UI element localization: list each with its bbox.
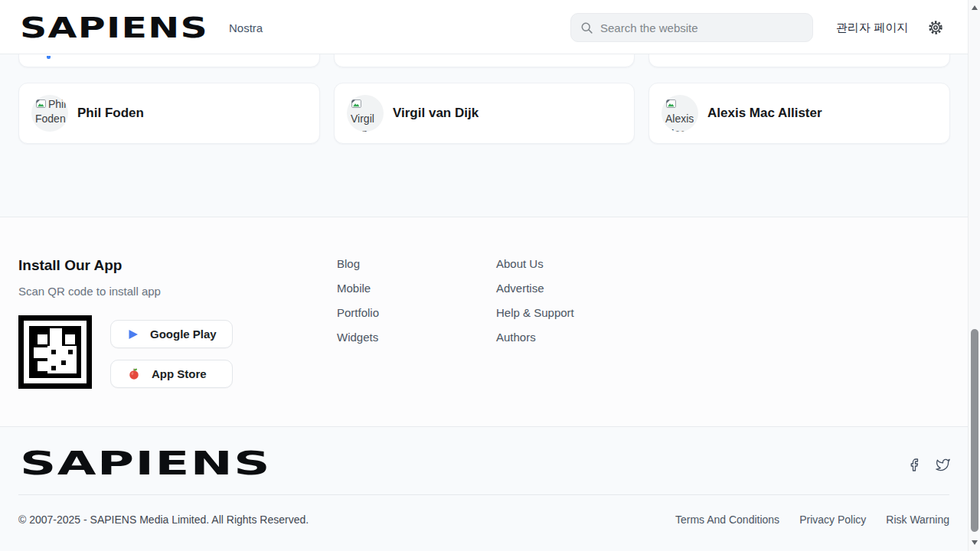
avatar-alt-text: Virgil van Dijk	[351, 112, 374, 132]
admin-page-link[interactable]: 관리자 페이지	[836, 21, 908, 35]
qr-code	[18, 315, 92, 389]
broken-image-icon	[351, 98, 362, 109]
footer-link-about[interactable]: About Us	[496, 258, 574, 270]
footer-link-help[interactable]: Help & Support	[496, 307, 574, 319]
player-name: Phil Foden	[77, 106, 144, 121]
footer-link-portfolio[interactable]: Portfolio	[337, 307, 379, 319]
terms-link[interactable]: Terms And Conditions	[675, 514, 779, 526]
scrollbar-down-arrow[interactable]	[972, 540, 978, 545]
broken-image-icon	[35, 98, 47, 109]
footer-link-blog[interactable]: Blog	[337, 258, 379, 270]
avatar: Virgil van Dijk	[347, 95, 384, 132]
footer-link-advertise[interactable]: Advertise	[496, 282, 574, 295]
scrollbar[interactable]	[968, 0, 980, 551]
social-links	[907, 458, 951, 472]
install-app-subtitle: Scan QR code to install app	[18, 285, 161, 298]
site-logo[interactable]: SAPIENS	[18, 12, 210, 43]
avatar: Phil Foden	[31, 95, 68, 132]
avatar: Alexis Mac Allister	[662, 95, 698, 132]
apple-icon	[128, 367, 140, 380]
scrollbar-up-arrow[interactable]	[972, 5, 978, 10]
footer-link-column-1: Blog Mobile Portfolio Widgets	[337, 258, 379, 356]
player-name: Virgil van Dijk	[393, 106, 479, 121]
site-name: Nostra	[229, 21, 263, 34]
privacy-link[interactable]: Privacy Policy	[799, 514, 866, 526]
player-card[interactable]: Virgil van Dijk Virgil van Dijk	[334, 83, 635, 144]
player-card[interactable]: Phil Foden Phil Foden	[18, 83, 320, 144]
page: Phil Foden Phil Foden Virgil van Dijk Vi…	[0, 0, 980, 551]
search-icon	[580, 21, 593, 34]
avatar-alt-text: Alexis Mac Allister	[665, 112, 697, 132]
risk-link[interactable]: Risk Warning	[886, 514, 949, 526]
google-play-button[interactable]: Google Play	[110, 320, 233, 348]
footer: Install Our App Scan QR code to install …	[0, 217, 968, 426]
scrollbar-thumb[interactable]	[971, 329, 978, 532]
footer-link-column-2: About Us Advertise Help & Support Author…	[496, 258, 574, 356]
broken-image-icon	[665, 98, 677, 109]
play-triangle-icon	[128, 329, 139, 340]
footer-link-widgets[interactable]: Widgets	[337, 331, 379, 344]
search-input[interactable]	[600, 21, 803, 34]
copyright-text: © 2007-2025 - SAPIENS Media Limited. All…	[18, 514, 309, 526]
player-name: Alexis Mac Allister	[707, 106, 822, 121]
google-play-label: Google Play	[150, 328, 217, 341]
clipped-image-fragment	[47, 56, 51, 59]
twitter-icon[interactable]	[935, 458, 951, 472]
app-store-button[interactable]: App Store	[110, 360, 233, 388]
search-box[interactable]	[570, 13, 813, 42]
gear-icon[interactable]	[928, 20, 943, 35]
site-logo-text: SAPIENS	[20, 12, 208, 43]
footer-link-authors[interactable]: Authors	[496, 331, 574, 344]
player-card[interactable]: Alexis Mac Allister Alexis Mac Allister	[648, 83, 950, 144]
app-store-label: App Store	[152, 367, 207, 380]
facebook-icon[interactable]	[907, 458, 921, 472]
footer-link-mobile[interactable]: Mobile	[337, 282, 379, 295]
footer-divider	[18, 494, 949, 495]
footer-logo-text: SAPIENS	[20, 445, 271, 481]
footer-logo: SAPIENS	[18, 445, 273, 481]
header: SAPIENS Nostra 관리자 페이지	[0, 0, 968, 54]
legal-links: Terms And Conditions Privacy Policy Risk…	[675, 514, 949, 526]
install-app-title: Install Our App	[18, 257, 122, 274]
footer-bottom: SAPIENS © 2007-2025 - SAPIENS Media Limi…	[0, 426, 968, 551]
